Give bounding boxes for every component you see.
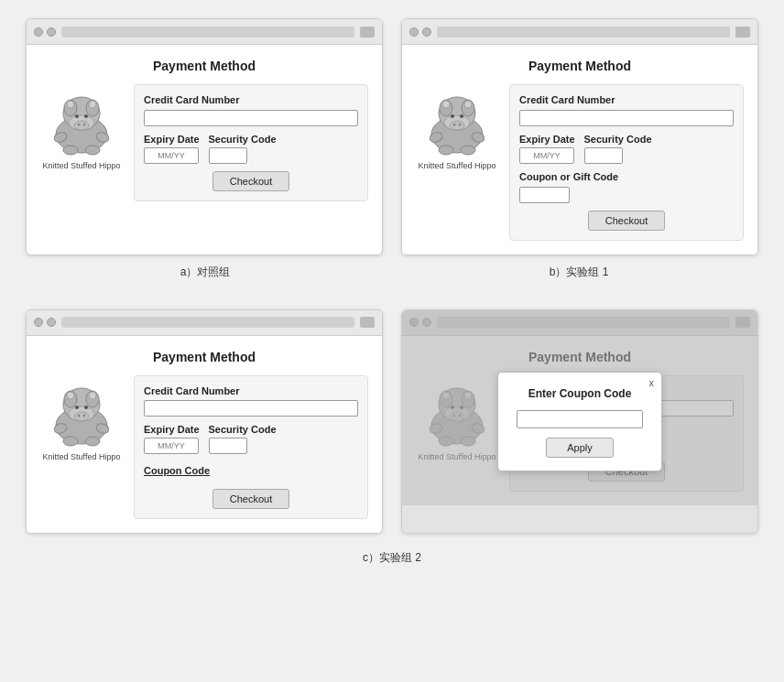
svg-point-41 <box>74 412 89 421</box>
address-bar-c <box>61 317 354 328</box>
expiry-label-a: Expiry Date <box>144 134 200 145</box>
hippo-label-b: Knitted Stuffed Hippo <box>419 161 496 170</box>
menu-icon-c <box>360 317 375 328</box>
svg-point-8 <box>84 114 88 118</box>
security-group-c: Security Code <box>209 424 277 454</box>
address-bar-a <box>61 27 354 38</box>
hippo-image-b <box>420 84 494 157</box>
svg-point-22 <box>464 101 472 108</box>
svg-point-27 <box>459 124 462 126</box>
content-c: Payment Method <box>27 336 382 534</box>
hippo-label-a: Knitted Stuffed Hippo <box>43 161 121 170</box>
titlebar-a <box>27 19 382 45</box>
hippo-area-b: Knitted Stuffed Hippo <box>416 84 498 170</box>
svg-point-43 <box>83 414 86 417</box>
content-b: Payment Method <box>402 45 757 254</box>
bottom-caption: c）实验组 2 <box>363 550 421 566</box>
address-bar-b <box>437 27 730 38</box>
dot-c-2 <box>47 318 56 327</box>
payment-body-b: Knitted Stuffed Hippo Credit Card Number… <box>416 84 744 241</box>
coupon-gift-group: Coupon or Gift Code <box>519 171 734 203</box>
expiry-group-a: Expiry Date <box>144 134 200 164</box>
checkout-row-b: Checkout <box>519 211 734 231</box>
security-input-a[interactable] <box>209 147 247 164</box>
svg-point-21 <box>442 101 450 108</box>
cc-input-c[interactable] <box>144 400 358 417</box>
svg-point-39 <box>75 406 79 409</box>
form-area-a: Credit Card Number Expiry Date Security … <box>134 84 368 201</box>
expiry-label-c: Expiry Date <box>144 424 200 435</box>
svg-point-37 <box>67 392 74 399</box>
checkout-row-a: Checkout <box>144 171 358 191</box>
svg-point-42 <box>78 414 81 417</box>
svg-point-10 <box>78 124 81 126</box>
hippo-image-c <box>45 375 118 449</box>
svg-point-15 <box>85 146 100 155</box>
checkout-row-c: Checkout <box>144 489 358 509</box>
security-group-b: Security Code <box>584 134 652 164</box>
modal-close-button[interactable]: x <box>649 377 655 388</box>
svg-point-14 <box>63 146 78 155</box>
modal-title: Enter Coupon Code <box>517 387 643 400</box>
hippo-area-a: Knitted Stuffed Hippo <box>40 84 123 170</box>
svg-point-6 <box>89 101 96 108</box>
svg-point-24 <box>460 114 463 118</box>
checkout-button-b[interactable]: Checkout <box>588 211 665 231</box>
hippo-area-c: Knitted Stuffed Hippo <box>40 375 123 461</box>
dot-b-2 <box>422 27 431 37</box>
caption-row-1: a）对照组 b）实验组 1 <box>18 265 766 295</box>
checkout-button-a[interactable]: Checkout <box>212 171 289 191</box>
coupon-link-area: Coupon Code <box>144 461 358 482</box>
payment-body-a: Knitted Stuffed Hippo Credit Card Number… <box>40 84 368 201</box>
cc-input-a[interactable] <box>144 110 358 126</box>
svg-point-30 <box>439 146 453 155</box>
menu-icon-b <box>735 27 750 38</box>
dot-c-1 <box>34 318 43 327</box>
apply-button[interactable]: Apply <box>546 438 614 458</box>
expiry-security-row-c: Expiry Date Security Code <box>144 424 358 454</box>
cc-input-b[interactable] <box>519 110 734 126</box>
expiry-input-c[interactable] <box>144 438 199 454</box>
expiry-input-b[interactable] <box>519 147 574 164</box>
security-input-c[interactable] <box>209 438 247 454</box>
caption-b: b）实验组 1 <box>400 265 757 280</box>
expiry-group-c: Expiry Date <box>144 424 200 454</box>
coupon-code-input[interactable] <box>517 410 643 428</box>
caption-a: a）对照组 <box>27 265 384 280</box>
expiry-security-row-b: Expiry Date Security Code <box>519 134 734 164</box>
titlebar-c <box>27 310 382 336</box>
form-area-b: Credit Card Number Expiry Date Security … <box>509 84 744 241</box>
checkout-button-c[interactable]: Checkout <box>212 489 289 509</box>
titlebar-b <box>402 19 757 45</box>
svg-point-11 <box>83 124 86 126</box>
window-a: Payment Method <box>26 18 383 255</box>
security-label-a: Security Code <box>209 134 277 145</box>
top-row: Payment Method <box>18 18 766 255</box>
payment-title-b: Payment Method <box>416 59 744 73</box>
coupon-modal: x Enter Coupon Code Apply <box>497 372 662 471</box>
svg-point-7 <box>75 114 79 118</box>
hippo-label-c: Knitted Stuffed Hippo <box>43 452 121 461</box>
security-group-a: Security Code <box>209 134 277 164</box>
expiry-input-a[interactable] <box>144 147 199 164</box>
expiry-label-b: Expiry Date <box>519 134 575 145</box>
coupon-gift-input[interactable] <box>519 187 570 203</box>
svg-point-5 <box>67 101 74 108</box>
dot-b-1 <box>409 27 419 37</box>
expiry-group-b: Expiry Date <box>519 134 575 164</box>
titlebar-dots-c <box>34 318 56 327</box>
menu-icon-a <box>360 27 375 38</box>
cc-label-a: Credit Card Number <box>144 94 358 105</box>
modal-overlay: x Enter Coupon Code Apply <box>402 310 757 534</box>
hippo-image-a <box>45 84 118 157</box>
titlebar-dots-a <box>34 27 56 37</box>
coupon-gift-label: Coupon or Gift Code <box>519 171 734 182</box>
security-input-b[interactable] <box>584 147 623 164</box>
dot-2 <box>47 27 56 37</box>
security-label-b: Security Code <box>584 134 652 145</box>
bottom-row: Payment Method <box>18 309 766 535</box>
cc-label-c: Credit Card Number <box>144 385 358 396</box>
titlebar-dots-b <box>409 27 431 37</box>
svg-point-23 <box>451 114 454 118</box>
coupon-code-link[interactable]: Coupon Code <box>144 465 210 476</box>
